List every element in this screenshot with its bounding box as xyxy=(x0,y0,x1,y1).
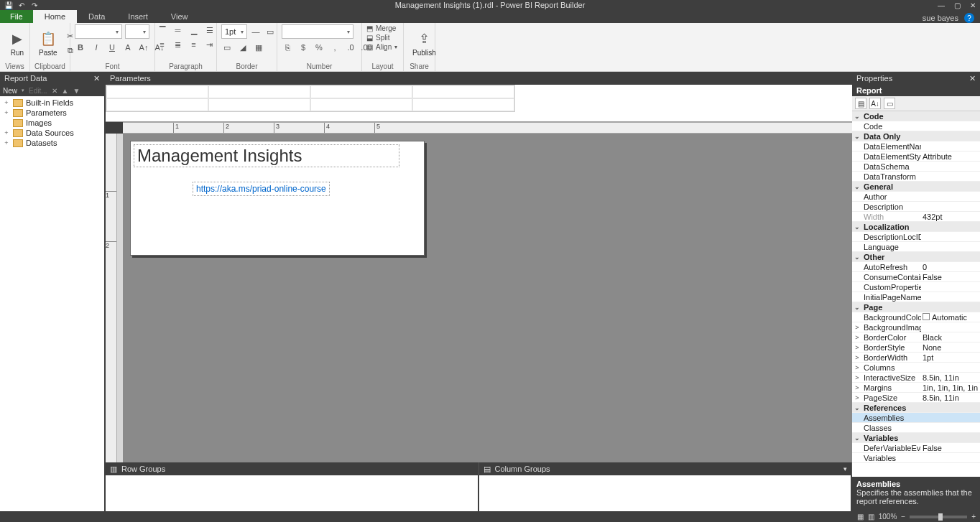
insert-tab[interactable]: Insert xyxy=(116,10,160,23)
run-button[interactable]: ▶Run xyxy=(4,29,30,58)
minimize-icon[interactable]: — xyxy=(937,1,946,9)
groups-menu-icon[interactable]: ▾ xyxy=(843,465,847,472)
comma-button[interactable]: , xyxy=(329,42,341,53)
number-format-dropdown[interactable]: ▾ xyxy=(282,24,353,39)
property-row[interactable]: Classes xyxy=(852,423,980,433)
property-row[interactable]: >Columns xyxy=(852,363,980,373)
close-panel-icon[interactable]: ✕ xyxy=(93,74,100,83)
font-size-dropdown[interactable]: ▾ xyxy=(125,24,149,39)
property-row[interactable]: DescriptionLocID xyxy=(852,232,980,242)
parameters-area[interactable] xyxy=(106,85,852,122)
zoom-out-button[interactable]: − xyxy=(901,513,905,521)
properties-grid[interactable]: ⌄CodeCode⌄Data OnlyDataElementNameDataEl… xyxy=(852,111,980,477)
column-groups-area[interactable] xyxy=(479,475,853,511)
undo-icon[interactable]: ↶ xyxy=(17,1,26,9)
tree-item-data-sources[interactable]: +Data Sources xyxy=(0,128,104,138)
property-row[interactable]: >Margins1in, 1in, 1in, 1in xyxy=(852,383,980,393)
zoom-in-button[interactable]: + xyxy=(971,513,976,521)
font-family-dropdown[interactable]: ▾ xyxy=(75,24,122,39)
bold-button[interactable]: B xyxy=(75,42,86,53)
report-body[interactable]: Management Insights https://aka.ms/priad… xyxy=(130,141,425,256)
move-up-icon[interactable]: ▲ xyxy=(62,87,69,95)
move-down-icon[interactable]: ▼ xyxy=(73,87,80,95)
tree-item-parameters[interactable]: +Parameters xyxy=(0,108,104,118)
tree-item-datasets[interactable]: +Datasets xyxy=(0,138,104,148)
indent-button[interactable]: ⇥ xyxy=(204,39,216,50)
border-style-button[interactable]: — xyxy=(250,26,262,37)
underline-button[interactable]: U xyxy=(106,42,118,53)
report-link-textbox[interactable]: https://aka.ms/priad-online-course xyxy=(193,182,330,196)
border-color-button[interactable]: ▭ xyxy=(264,26,276,37)
property-row[interactable]: DataTransform xyxy=(852,172,980,182)
row-groups-area[interactable] xyxy=(106,475,479,511)
view-mode-icon-2[interactable]: ▥ xyxy=(868,513,874,521)
home-tab[interactable]: Home xyxy=(33,10,77,23)
property-row[interactable]: ConsumeContainerWhitespaceFalse xyxy=(852,272,980,282)
split-button[interactable]: ⬓Split xyxy=(366,34,389,42)
border-width-dropdown[interactable]: 1pt▾ xyxy=(221,24,247,39)
decrease-decimal-button[interactable]: .0 xyxy=(345,42,356,53)
property-row[interactable]: InitialPageName xyxy=(852,292,980,302)
currency-button[interactable]: $ xyxy=(297,42,309,53)
property-row[interactable]: >PageSize8.5in, 11in xyxy=(852,393,980,403)
align-top-button[interactable]: ▔ xyxy=(157,24,168,36)
property-row[interactable]: DataSchema xyxy=(852,162,980,172)
delete-icon[interactable]: ✕ xyxy=(52,87,57,95)
border-sides-button[interactable]: ▭ xyxy=(221,42,233,53)
property-pages-icon[interactable]: ▭ xyxy=(884,98,895,109)
close-panel-icon[interactable]: ✕ xyxy=(969,74,976,83)
redo-icon[interactable]: ↷ xyxy=(30,1,39,9)
property-row[interactable]: Assemblies xyxy=(852,413,980,423)
property-row[interactable]: Variables xyxy=(852,453,980,463)
property-row[interactable]: Code xyxy=(852,121,980,131)
save-icon[interactable]: 💾 xyxy=(4,1,13,9)
tree-item-builtin-fields[interactable]: +Built-in Fields xyxy=(0,98,104,108)
merge-button[interactable]: ⬒Merge xyxy=(366,24,396,32)
paste-button[interactable]: 📋Paste xyxy=(34,29,62,58)
alphabetical-icon[interactable]: A↓ xyxy=(869,98,881,109)
categorized-icon[interactable]: ▤ xyxy=(855,98,866,109)
property-row[interactable]: Description xyxy=(852,202,980,212)
publish-button[interactable]: ⇪Publish xyxy=(408,29,440,58)
close-icon[interactable]: ✕ xyxy=(969,1,977,9)
border-preset-button[interactable]: ▦ xyxy=(253,42,264,53)
report-title-textbox[interactable]: Management Insights xyxy=(134,144,399,167)
new-button[interactable]: New xyxy=(3,87,17,95)
property-row[interactable]: Author xyxy=(852,192,980,202)
align-middle-button[interactable]: ═ xyxy=(172,24,184,36)
property-row[interactable]: >BorderWidth1pt xyxy=(852,353,980,363)
tree-item-images[interactable]: Images xyxy=(0,118,104,128)
align-bottom-button[interactable]: ▁ xyxy=(188,24,200,36)
property-row[interactable]: DataElementName xyxy=(852,141,980,152)
property-row[interactable]: >BorderColorBlack xyxy=(852,332,980,342)
font-color-button[interactable]: A xyxy=(122,42,134,53)
align-right-button[interactable]: ≡ xyxy=(188,39,200,50)
property-row[interactable]: BackgroundColorAutomatic xyxy=(852,312,980,322)
view-tab[interactable]: View xyxy=(160,10,200,23)
property-row[interactable]: CustomProperties xyxy=(852,282,980,292)
property-row[interactable]: >BackgroundImage xyxy=(852,322,980,332)
property-row[interactable]: >InteractiveSize8.5in, 11in xyxy=(852,373,980,383)
italic-button[interactable]: I xyxy=(91,42,102,53)
grow-font-button[interactable]: A↑ xyxy=(138,42,149,53)
fill-color-button[interactable]: ◢ xyxy=(237,42,249,53)
property-row[interactable]: DataElementStyleAttribute xyxy=(852,152,980,162)
align-button[interactable]: ▤Align▾ xyxy=(366,43,397,51)
align-center-button[interactable]: ≣ xyxy=(172,39,184,50)
maximize-icon[interactable]: ▢ xyxy=(953,1,961,9)
property-row[interactable]: Width432pt xyxy=(852,212,980,222)
property-row[interactable]: DeferVariableEvaluationFalse xyxy=(852,443,980,453)
property-row[interactable]: AutoRefresh0 xyxy=(852,262,980,272)
help-icon[interactable]: ? xyxy=(964,13,974,23)
view-mode-icon[interactable]: ▦ xyxy=(857,513,864,521)
property-row[interactable]: >BorderStyleNone xyxy=(852,342,980,353)
file-tab[interactable]: File xyxy=(0,10,33,23)
percent-button[interactable]: % xyxy=(313,42,325,53)
property-row[interactable]: Language xyxy=(852,242,980,252)
data-tab[interactable]: Data xyxy=(77,10,116,23)
bullets-button[interactable]: ☰ xyxy=(204,24,216,36)
design-canvas[interactable]: 1 2 Management Insights https://aka.ms/p… xyxy=(106,134,852,462)
placeholder-button[interactable]: ⎘ xyxy=(282,42,293,53)
zoom-slider[interactable] xyxy=(910,516,967,518)
align-left-button[interactable]: ≡ xyxy=(157,39,168,50)
